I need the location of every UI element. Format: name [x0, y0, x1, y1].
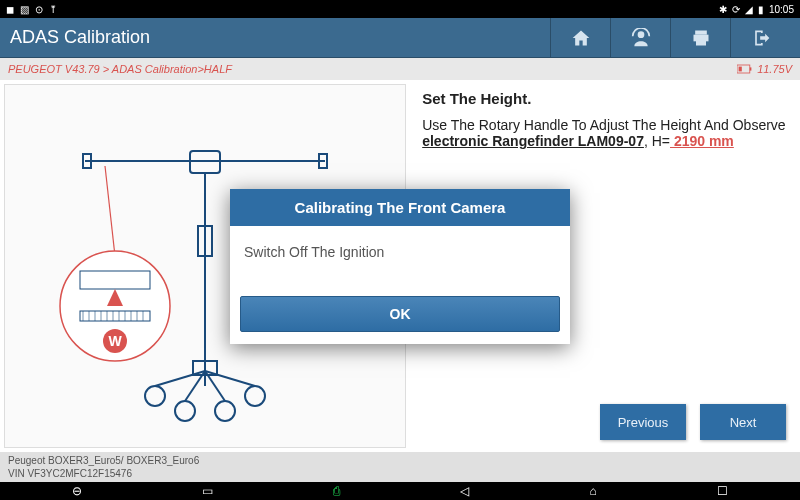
signal-icon: ▮ [758, 4, 764, 15]
print-button[interactable] [670, 18, 730, 58]
notif-icon: ⊙ [35, 4, 43, 15]
home-button[interactable] [550, 18, 610, 58]
ok-button[interactable]: OK [240, 296, 560, 332]
vehicle-model: Peugeot BOXER3_Euro5/ BOXER3_Euro6 [8, 454, 792, 467]
app-icon[interactable]: ⎙ [333, 484, 340, 498]
svg-rect-5 [750, 67, 752, 70]
notif-icon: ⤒ [49, 4, 57, 15]
vehicle-info-footer: Peugeot BOXER3_Euro5/ BOXER3_Euro6 VIN V… [0, 452, 800, 482]
svg-rect-1 [695, 30, 707, 34]
sync-icon: ⟳ [732, 4, 740, 15]
modal-backdrop: Calibrating The Front Camera Switch Off … [0, 80, 800, 452]
vehicle-vin: VIN VF3YC2MFC12F15476 [8, 467, 792, 480]
clock: 10:05 [769, 4, 794, 15]
exit-button[interactable] [730, 18, 790, 58]
svg-rect-3 [696, 39, 706, 45]
modal-title: Calibrating The Front Camera [230, 189, 570, 226]
home-icon[interactable]: ⌂ [589, 484, 596, 498]
notif-icon: ▧ [20, 4, 29, 15]
wifi-icon: ◢ [745, 4, 753, 15]
android-statusbar: ◼ ▧ ⊙ ⤒ ✱ ⟳ ◢ ▮ 10:05 [0, 0, 800, 18]
notif-icon: ◼ [6, 4, 14, 15]
battery-voltage: 11.75V [737, 63, 792, 75]
app-header: ADAS Calibration [0, 18, 800, 58]
android-navbar: ⊖ ▭ ⎙ ◁ ⌂ ☐ [0, 482, 800, 500]
main-content: W Set The Height. Use The Rotary Handle … [0, 80, 800, 452]
bluetooth-icon: ✱ [719, 4, 727, 15]
browser-icon[interactable]: ⊖ [72, 484, 82, 498]
svg-point-0 [637, 31, 644, 38]
svg-rect-6 [739, 67, 742, 72]
breadcrumb: PEUGEOT V43.79 > ADAS Calibration>HALF [8, 63, 232, 75]
modal-message: Switch Off The Ignition [230, 226, 570, 290]
gallery-icon[interactable]: ▭ [202, 484, 213, 498]
recent-icon[interactable]: ☐ [717, 484, 728, 498]
breadcrumb-bar: PEUGEOT V43.79 > ADAS Calibration>HALF 1… [0, 58, 800, 80]
calibration-modal: Calibrating The Front Camera Switch Off … [230, 189, 570, 344]
support-button[interactable] [610, 18, 670, 58]
back-icon[interactable]: ◁ [460, 484, 469, 498]
page-title: ADAS Calibration [10, 27, 150, 48]
